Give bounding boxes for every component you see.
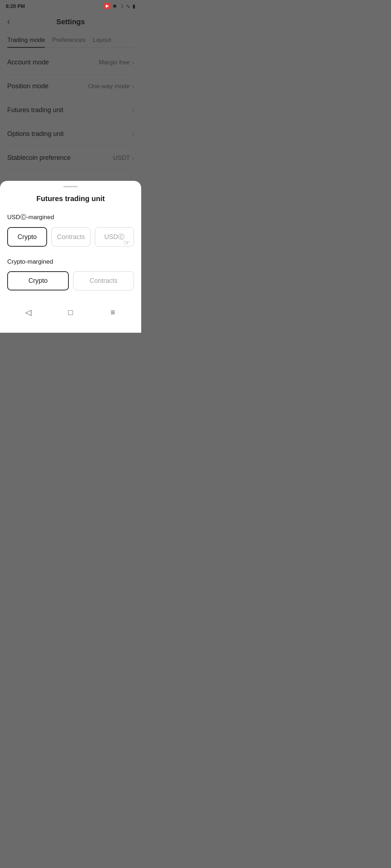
page-title: Settings: [56, 18, 85, 26]
status-icons: ▶ ✱ ☽ ∿ ▮: [104, 3, 135, 9]
futures-trading-unit-value: ›: [132, 107, 134, 114]
status-bar: 8:20 PM ▶ ✱ ☽ ∿ ▮: [0, 0, 141, 10]
usds-usd-button[interactable]: USDⒸ ☞: [95, 227, 134, 247]
position-mode-value: One-way mode ›: [88, 83, 134, 90]
options-trading-unit-label: Options trading unit: [7, 130, 64, 138]
options-trading-unit-chevron: ›: [132, 131, 134, 137]
usdsmargined-toggle-group: Crypto Contracts USDⒸ ☞: [7, 227, 134, 247]
stablecoin-preference-item[interactable]: Stablecoin preference USDT ›: [7, 146, 134, 170]
options-trading-unit-item[interactable]: Options trading unit ›: [7, 122, 134, 146]
settings-list: Account mode Margin free › Position mode…: [7, 51, 134, 170]
stablecoin-preference-value: USDT ›: [113, 154, 134, 162]
nav-home-button[interactable]: □: [63, 308, 79, 317]
stablecoin-preference-chevron: ›: [132, 155, 134, 161]
futures-trading-unit-chevron: ›: [132, 107, 134, 114]
crypto-usd-button[interactable]: Crypto: [7, 227, 47, 247]
cryptomargined-label: Crypto-margined: [7, 258, 134, 265]
futures-trading-unit-item[interactable]: Futures trading unit ›: [7, 98, 134, 122]
settings-header: ‹ Settings: [7, 10, 134, 33]
status-time: 8:20 PM: [6, 3, 25, 9]
tab-layout[interactable]: Layout: [93, 33, 111, 47]
position-mode-label: Position mode: [7, 82, 49, 90]
settings-page: ‹ Settings Trading mode Preferences Layo…: [0, 10, 141, 170]
account-mode-label: Account mode: [7, 59, 49, 66]
position-mode-item[interactable]: Position mode One-way mode ›: [7, 75, 134, 98]
nav-bar: ◁ □ ≡: [7, 302, 134, 324]
account-mode-value: Margin free ›: [99, 59, 134, 66]
contracts-usd-button[interactable]: Contracts: [51, 227, 91, 247]
settings-tabs: Trading mode Preferences Layout: [7, 33, 134, 48]
cryptomargined-toggle-group: Crypto Contracts: [7, 271, 134, 290]
account-mode-chevron: ›: [132, 59, 134, 66]
contracts-cm-button[interactable]: Contracts: [73, 271, 134, 290]
battery-icon: ▮: [133, 3, 135, 9]
nav-back-button[interactable]: ◁: [20, 308, 36, 317]
usdsmargined-section: USDⒸ-margined Crypto Contracts USDⒸ ☞: [7, 213, 134, 247]
back-button[interactable]: ‹: [7, 16, 13, 28]
stablecoin-preference-label: Stablecoin preference: [7, 154, 71, 162]
recording-icon: ▶: [104, 3, 110, 9]
nav-menu-button[interactable]: ≡: [105, 308, 121, 317]
tab-preferences[interactable]: Preferences: [52, 33, 85, 47]
usdsmargined-label: USDⒸ-margined: [7, 213, 134, 221]
moon-icon: ☽: [119, 3, 124, 9]
sheet-title: Futures trading unit: [7, 195, 134, 203]
account-mode-item[interactable]: Account mode Margin free ›: [7, 51, 134, 75]
wifi-icon: ∿: [126, 3, 130, 9]
bluetooth-icon: ✱: [113, 3, 117, 9]
options-trading-unit-value: ›: [132, 131, 134, 137]
drag-handle[interactable]: [63, 186, 78, 187]
position-mode-chevron: ›: [132, 83, 134, 90]
bottom-sheet: Futures trading unit USDⒸ-margined Crypt…: [0, 181, 141, 333]
cryptomargined-section: Crypto-margined Crypto Contracts: [7, 258, 134, 290]
tab-trading-mode[interactable]: Trading mode: [7, 33, 45, 47]
futures-trading-unit-label: Futures trading unit: [7, 106, 63, 114]
crypto-cm-button[interactable]: Crypto: [7, 271, 69, 290]
